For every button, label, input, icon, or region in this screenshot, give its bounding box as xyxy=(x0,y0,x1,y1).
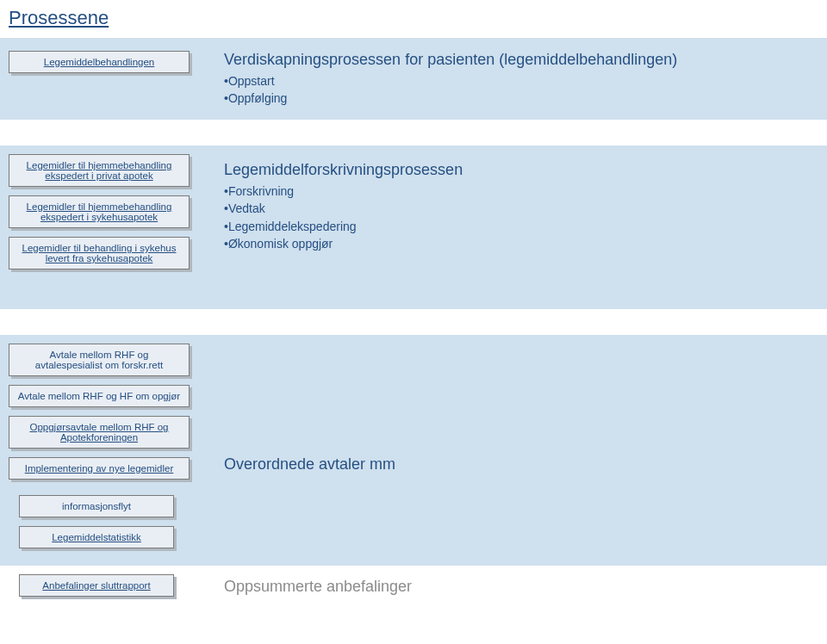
box-legemiddelbehandlingen[interactable]: Legemiddelbehandlingen xyxy=(9,51,190,73)
box-avtale-rhf-hf: Avtale mellom RHF og HF om opgjør xyxy=(9,385,190,407)
box-legemidler-sykehusapotek-sykehus[interactable]: Legemidler til behandling i sykehus leve… xyxy=(9,237,190,269)
box-avtale-rhf-avtalespesialist: Avtale mellom RHF og avtalespesialist om… xyxy=(9,344,190,376)
band2-desc-line2: •Vedtak xyxy=(224,200,818,217)
box-legemiddelstatistikk[interactable]: Legemiddelstatistikk xyxy=(19,526,174,548)
spacer-1 xyxy=(0,120,827,146)
box-oppgjorsavtale-apotekforeningen[interactable]: Oppgjørsavtale mellom RHF og Apotekforen… xyxy=(9,416,190,449)
section-band-3: Avtale mellom RHF og avtalespesialist om… xyxy=(0,335,827,566)
box-implementering-nye-legemidler[interactable]: Implementering av nye legemidler xyxy=(9,457,190,480)
box-legemidler-privat-apotek[interactable]: Legemidler til hjemmebehandling ekspeder… xyxy=(9,154,190,187)
section-band-1: Legemiddelbehandlingen Verdiskapningspro… xyxy=(0,38,827,120)
band2-desc-line4: •Økonomisk oppgjør xyxy=(224,235,818,252)
band4-desc-title: Oppsummerte anbefalinger xyxy=(224,578,818,596)
band1-desc-line1: •Oppstart xyxy=(224,72,677,90)
band1-desc-line2: •Oppfølging xyxy=(224,90,677,107)
band1-desc-title: Verdiskapningsprosessen for pasienten (l… xyxy=(224,51,677,69)
section-band-2: Legemidler til hjemmebehandling ekspeder… xyxy=(0,146,827,309)
band2-desc-line3: •Legemiddelekspedering xyxy=(224,218,818,235)
box-anbefalinger-sluttrapport[interactable]: Anbefalinger sluttrapport xyxy=(19,574,174,597)
band3-desc-title: Overordnede avtaler mm xyxy=(224,455,818,474)
page-title: Prosessene xyxy=(0,0,827,38)
box-legemidler-sykehusapotek-hjemme[interactable]: Legemidler til hjemmebehandling ekspeder… xyxy=(9,195,190,228)
band2-desc-line1: •Forskrivning xyxy=(224,183,818,200)
section-band-4: Anbefalinger sluttrapport Oppsummerte an… xyxy=(0,566,827,614)
spacer-2 xyxy=(0,309,827,335)
band2-desc-title: Legemiddelforskrivningsprosessen xyxy=(224,161,818,179)
box-informasjonsflyt: informasjonsflyt xyxy=(19,495,174,517)
